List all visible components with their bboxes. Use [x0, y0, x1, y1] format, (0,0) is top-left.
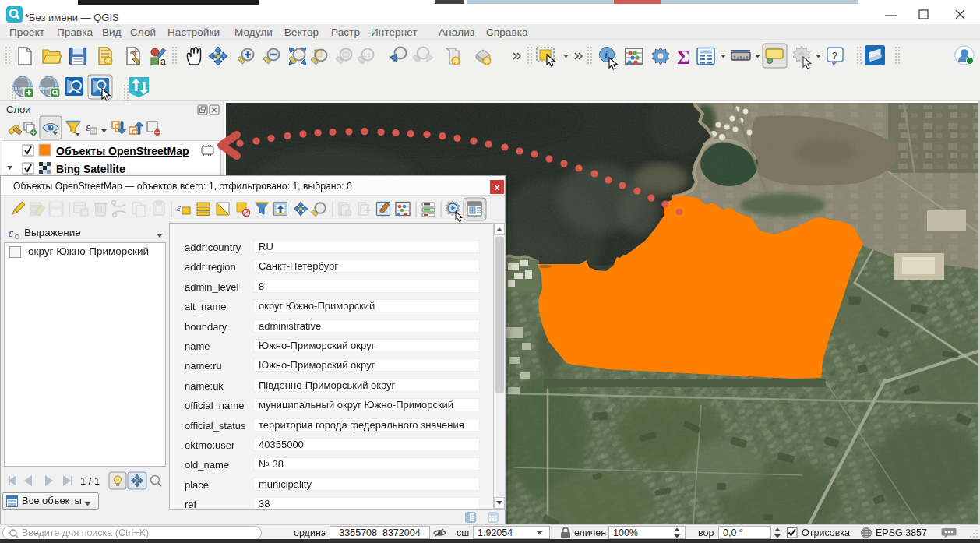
svg-text:?: ?	[832, 51, 837, 62]
svg-text:ε: ε	[177, 202, 182, 213]
svg-text:ε: ε	[9, 227, 13, 239]
svg-text:Bing Satellite: Bing Satellite	[56, 163, 125, 175]
svg-text:1:1: 1:1	[363, 52, 371, 58]
svg-text:Объекты OpenStreetMap: Объекты OpenStreetMap	[56, 145, 189, 157]
svg-text:Σ: Σ	[677, 46, 690, 69]
svg-text:1 / 1: 1 / 1	[80, 475, 100, 487]
svg-text:ε: ε	[86, 121, 90, 133]
svg-text:a: a	[160, 56, 166, 67]
